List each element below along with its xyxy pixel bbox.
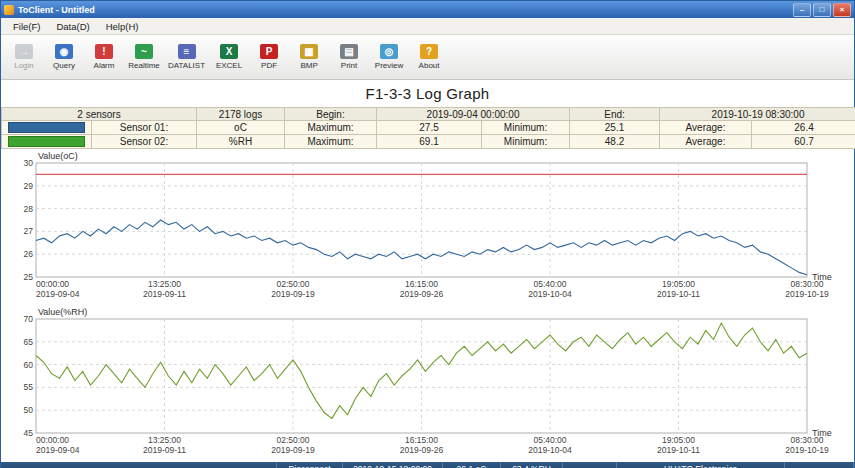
toolbar: →Login◉Query!Alarm~Realtime≡DATALISTXEXC… (1, 35, 854, 80)
svg-text:65: 65 (24, 337, 34, 347)
page-title: F1-3-3 Log Graph (365, 85, 489, 102)
menubar: File(F)Data(D)Help(H) (1, 18, 854, 35)
svg-text:Value(%RH): Value(%RH) (38, 307, 87, 317)
sensor1-max-value: 27.5 (377, 121, 482, 135)
titlebar: ToClient - Untitled – □ × (1, 1, 854, 18)
svg-text:2019-09-04: 2019-09-04 (36, 289, 80, 299)
app-icon (4, 5, 14, 15)
sensor2-unit-cell: %RH (197, 135, 285, 149)
svg-text:28: 28 (24, 204, 34, 214)
bmp-button[interactable]: ▦BMP (290, 37, 328, 77)
realtime-label: Realtime (128, 61, 160, 70)
temperature-chart: 25262728293000:00:002019-09-0413:25:0020… (6, 150, 849, 302)
svg-text:27: 27 (24, 226, 34, 236)
alarm-button[interactable]: !Alarm (85, 37, 123, 77)
realtime-icon: ~ (135, 44, 153, 59)
preview-button[interactable]: ◎Preview (370, 37, 408, 77)
sensor2-max-label: Maximum: (285, 135, 377, 149)
maximize-button[interactable]: □ (813, 3, 831, 17)
preview-label: Preview (375, 61, 403, 70)
close-button[interactable]: × (833, 3, 851, 17)
begin-label-cell: Begin: (285, 108, 377, 121)
sensor1-min-value: 25.1 (570, 121, 660, 135)
bmp-label: BMP (300, 61, 317, 70)
svg-text:2019-10-04: 2019-10-04 (528, 445, 572, 455)
pdf-icon: P (260, 44, 278, 59)
svg-text:Time: Time (812, 428, 832, 438)
sensor1-swatch-cell (2, 121, 92, 135)
sensor2-avg-value: 60.7 (752, 135, 855, 149)
status-segment: 2019-10-15 18:00:00 (343, 462, 443, 468)
pdf-label: PDF (261, 61, 277, 70)
sensor2-max-value: 69.1 (377, 135, 482, 149)
svg-text:00:00:00: 00:00:00 (36, 435, 69, 445)
charts-area: 25262728293000:00:002019-09-0413:25:0020… (1, 149, 854, 462)
summary-table: 2 sensors 2178 logs Begin: 2019-09-04 00… (1, 107, 855, 149)
svg-text:2019-09-04: 2019-09-04 (36, 445, 80, 455)
sensor2-avg-label: Average: (660, 135, 752, 149)
login-button[interactable]: →Login (5, 37, 43, 77)
svg-text:2019-09-11: 2019-09-11 (143, 289, 186, 299)
pdf-button[interactable]: PPDF (250, 37, 288, 77)
sensor1-color-swatch (8, 122, 85, 133)
realtime-button[interactable]: ~Realtime (125, 37, 163, 77)
login-label: Login (14, 61, 34, 70)
bmp-icon: ▦ (300, 44, 318, 59)
svg-text:Time: Time (812, 272, 832, 282)
status-segment: 63.4 %RH (501, 462, 563, 468)
svg-text:2019-09-19: 2019-09-19 (271, 289, 315, 299)
sensor-count-cell: 2 sensors (2, 108, 197, 121)
about-button[interactable]: ?About (410, 37, 448, 77)
svg-text:45: 45 (24, 428, 34, 438)
svg-text:16:15:00: 16:15:00 (405, 435, 438, 445)
menu-item-help[interactable]: Help(H) (98, 21, 147, 32)
svg-text:2019-09-26: 2019-09-26 (400, 445, 444, 455)
login-icon: → (15, 44, 33, 59)
svg-text:02:50:00: 02:50:00 (276, 279, 309, 289)
svg-text:2019-09-19: 2019-09-19 (271, 445, 315, 455)
sensor2-label-cell: Sensor 02: (92, 135, 197, 149)
print-button[interactable]: ▤Print (330, 37, 368, 77)
svg-text:02:50:00: 02:50:00 (276, 435, 309, 445)
svg-text:05:40:00: 05:40:00 (533, 279, 566, 289)
app-window: ToClient - Untitled – □ × File(F)Data(D)… (0, 0, 855, 468)
svg-text:60: 60 (24, 360, 34, 370)
window-title: ToClient - Untitled (18, 5, 791, 15)
svg-text:2019-09-26: 2019-09-26 (400, 289, 444, 299)
datalist-icon: ≡ (178, 44, 196, 59)
svg-text:2019-10-11: 2019-10-11 (657, 445, 700, 455)
svg-text:2019-10-19: 2019-10-19 (785, 445, 829, 455)
menu-item-file[interactable]: File(F) (5, 21, 48, 32)
about-icon: ? (420, 44, 438, 59)
svg-text:30: 30 (24, 158, 34, 168)
datalist-label: DATALIST (168, 61, 205, 70)
query-button[interactable]: ◉Query (45, 37, 83, 77)
status-segment (785, 462, 854, 468)
end-value-cell: 2019-10-19 08:30:00 (660, 108, 855, 121)
minimize-button[interactable]: – (793, 3, 811, 17)
svg-text:05:40:00: 05:40:00 (533, 435, 566, 445)
datalist-button[interactable]: ≡DATALIST (165, 37, 208, 77)
preview-icon: ◎ (380, 44, 398, 59)
status-segment: Disconnect (277, 462, 343, 468)
sensor2-min-label: Minimum: (482, 135, 570, 149)
excel-label: EXCEL (216, 61, 242, 70)
svg-text:19:05:00: 19:05:00 (662, 279, 695, 289)
menu-item-data[interactable]: Data(D) (48, 21, 97, 32)
svg-text:Value(oC): Value(oC) (38, 151, 78, 161)
svg-text:70: 70 (24, 314, 34, 324)
excel-button[interactable]: XEXCEL (210, 37, 248, 77)
svg-text:26: 26 (24, 249, 34, 259)
svg-text:16:15:00: 16:15:00 (405, 279, 438, 289)
svg-text:2019-09-11: 2019-09-11 (143, 445, 186, 455)
sensor1-max-label: Maximum: (285, 121, 377, 135)
sensor1-unit-cell: oC (197, 121, 285, 135)
sensor1-min-label: Minimum: (482, 121, 570, 135)
svg-text:2019-10-11: 2019-10-11 (657, 289, 700, 299)
sensor1-label-cell: Sensor 01: (92, 121, 197, 135)
query-icon: ◉ (55, 44, 73, 59)
svg-text:13:25:00: 13:25:00 (148, 435, 181, 445)
header: F1-3-3 Log Graph (1, 80, 854, 107)
status-segment (1, 462, 277, 468)
status-segment (563, 462, 617, 468)
